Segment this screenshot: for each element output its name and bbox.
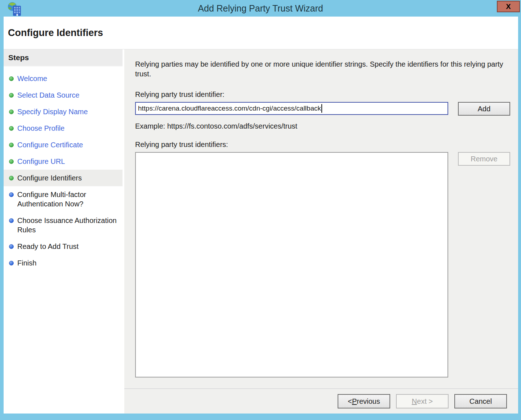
current-step-icon bbox=[9, 176, 14, 180]
previous-button[interactable]: < Previous bbox=[338, 394, 390, 408]
adfs-wizard-icon bbox=[7, 1, 22, 17]
step-specify-display-name[interactable]: Specify Display Name bbox=[4, 103, 123, 120]
next-button[interactable]: Next > bbox=[396, 394, 449, 408]
completed-step-icon bbox=[9, 143, 14, 147]
pending-step-icon bbox=[9, 261, 14, 265]
close-button[interactable]: X bbox=[497, 1, 520, 12]
page-title: Configure Identifiers bbox=[8, 27, 103, 39]
pending-step-icon bbox=[9, 218, 14, 223]
step-select-data-source[interactable]: Select Data Source bbox=[4, 87, 123, 103]
step-configure-certificate[interactable]: Configure Certificate bbox=[4, 137, 123, 153]
completed-step-icon bbox=[9, 110, 14, 114]
identifier-input-value: https://carena.cloudflareaccess.com/cdn-… bbox=[138, 104, 321, 112]
pending-step-icon bbox=[9, 244, 14, 249]
steps-sidebar: Steps Welcome Select Data Source Specify… bbox=[4, 49, 123, 414]
completed-step-icon bbox=[9, 93, 14, 98]
text-cursor bbox=[321, 104, 322, 113]
step-ready-to-add-trust: Ready to Add Trust bbox=[4, 238, 123, 255]
identifier-label: Relying party trust identifier: bbox=[135, 90, 518, 99]
page-header: Configure Identifiers bbox=[4, 17, 518, 49]
window-title: Add Relying Party Trust Wizard bbox=[198, 3, 323, 14]
footer-bar: < Previous Next > Cancel bbox=[124, 388, 518, 414]
step-welcome[interactable]: Welcome bbox=[4, 70, 123, 87]
completed-step-icon bbox=[9, 159, 14, 164]
completed-step-icon bbox=[9, 76, 14, 81]
identifiers-list-label: Relying party trust identifiers: bbox=[135, 140, 518, 149]
cancel-button[interactable]: Cancel bbox=[454, 394, 507, 408]
example-text: Example: https://fs.contoso.com/adfs/ser… bbox=[135, 122, 518, 130]
step-choose-profile[interactable]: Choose Profile bbox=[4, 120, 123, 137]
pending-step-icon bbox=[9, 192, 14, 197]
steps-heading: Steps bbox=[4, 49, 123, 67]
step-finish: Finish bbox=[4, 255, 123, 271]
steps-list: Welcome Select Data Source Specify Displ… bbox=[4, 67, 123, 271]
main-content: Relying parties may be identified by one… bbox=[124, 49, 518, 388]
wizard-window: Configure Identifiers Steps Welcome Sele… bbox=[4, 17, 518, 414]
step-configure-identifiers[interactable]: Configure Identifiers bbox=[4, 170, 123, 186]
intro-text: Relying parties may be identified by one… bbox=[135, 59, 513, 79]
titlebar: Add Relying Party Trust Wizard X bbox=[0, 0, 521, 17]
identifier-input[interactable]: https://carena.cloudflareaccess.com/cdn-… bbox=[135, 102, 448, 115]
step-configure-url[interactable]: Configure URL bbox=[4, 153, 123, 170]
step-configure-multi-factor: Configure Multi-factor Authentication No… bbox=[4, 186, 123, 212]
completed-step-icon bbox=[9, 126, 14, 131]
identifiers-listbox[interactable] bbox=[135, 152, 448, 377]
step-choose-issuance-rules: Choose Issuance Authorization Rules bbox=[4, 212, 123, 238]
remove-button[interactable]: Remove bbox=[458, 152, 510, 166]
add-button[interactable]: Add bbox=[458, 102, 510, 116]
